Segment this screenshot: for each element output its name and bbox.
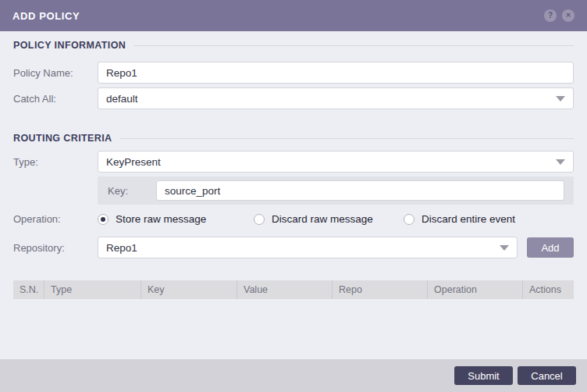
- catch-all-select[interactable]: default: [98, 87, 574, 109]
- close-icon[interactable]: ✕: [562, 9, 575, 22]
- radio-label: Discard raw message: [272, 213, 373, 225]
- repository-select[interactable]: Repo1: [98, 237, 518, 258]
- chevron-down-icon: [556, 159, 565, 165]
- section-policy-information: POLICY INFORMATION: [13, 40, 574, 51]
- column-header-sn: S.N.: [13, 280, 44, 299]
- type-select[interactable]: KeyPresent: [98, 151, 574, 173]
- key-subpanel: Key:: [98, 176, 574, 205]
- chevron-down-icon: [500, 245, 509, 251]
- section-divider: [120, 138, 574, 139]
- operation-radio-group: Store raw message Discard raw message Di…: [98, 213, 515, 225]
- help-icon[interactable]: ?: [544, 9, 557, 22]
- section-title: ROUTING CRITERIA: [13, 133, 112, 144]
- radio-discard-raw-message[interactable]: Discard raw message: [254, 213, 404, 225]
- type-label: Type:: [13, 156, 98, 168]
- column-header-repo: Repo: [333, 280, 428, 299]
- section-title: POLICY INFORMATION: [13, 40, 126, 51]
- dialog-title: ADD POLICY: [12, 10, 80, 22]
- policy-name-input[interactable]: [98, 62, 574, 84]
- dialog-footer: Submit Cancel: [0, 359, 587, 392]
- dialog-header: ADD POLICY ? ✕: [0, 0, 587, 31]
- radio-discard-entire-event[interactable]: Discard entire event: [404, 213, 515, 225]
- type-row: Type: KeyPresent: [13, 151, 574, 173]
- radio-icon[interactable]: [98, 214, 109, 225]
- repository-row: Repository: Repo1 Add: [13, 237, 574, 258]
- column-header-actions: Actions: [523, 280, 574, 299]
- section-divider: [133, 45, 574, 46]
- catch-all-selected-value: default: [106, 93, 138, 105]
- dialog-body: POLICY INFORMATION Policy Name: Catch Al…: [0, 31, 587, 299]
- radio-icon[interactable]: [404, 214, 414, 225]
- key-input[interactable]: [156, 180, 564, 201]
- criteria-table: S.N. Type Key Value Repo Operation Actio…: [13, 280, 574, 299]
- section-routing-criteria: ROUTING CRITERIA: [13, 133, 574, 144]
- operation-label: Operation:: [13, 213, 98, 225]
- catch-all-label: Catch All:: [13, 93, 98, 105]
- column-header-operation: Operation: [428, 280, 523, 299]
- repository-selected-value: Repo1: [106, 242, 137, 254]
- column-header-value: Value: [237, 280, 333, 299]
- radio-icon[interactable]: [254, 214, 265, 225]
- type-selected-value: KeyPresent: [106, 156, 161, 168]
- policy-name-label: Policy Name:: [13, 67, 98, 79]
- cancel-button[interactable]: Cancel: [518, 366, 576, 385]
- radio-label: Store raw message: [116, 213, 206, 225]
- column-header-type: Type: [44, 280, 141, 299]
- radio-label: Discard entire event: [422, 213, 515, 225]
- chevron-down-icon: [556, 96, 565, 102]
- key-label: Key:: [108, 185, 156, 197]
- catch-all-row: Catch All: default: [13, 87, 574, 109]
- table-header-row: S.N. Type Key Value Repo Operation Actio…: [13, 280, 574, 299]
- policy-name-row: Policy Name:: [13, 62, 574, 84]
- submit-button[interactable]: Submit: [454, 366, 513, 385]
- repository-label: Repository:: [13, 242, 98, 254]
- header-icons: ? ✕: [544, 9, 575, 22]
- radio-store-raw-message[interactable]: Store raw message: [98, 213, 254, 225]
- column-header-key: Key: [141, 280, 237, 299]
- add-button[interactable]: Add: [527, 237, 574, 258]
- operation-row: Operation: Store raw message Discard raw…: [13, 213, 574, 225]
